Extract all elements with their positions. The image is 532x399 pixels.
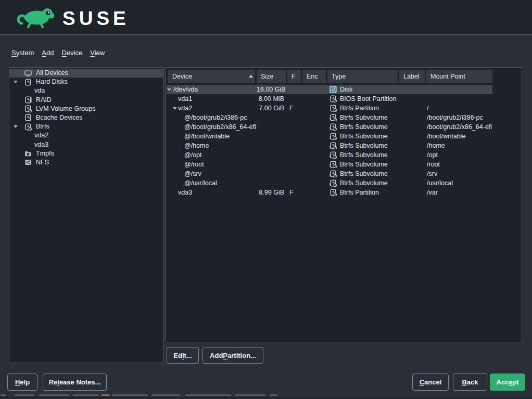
release-notes-button[interactable]: Release Notes... — [43, 374, 107, 391]
sidebar-item-vda3[interactable]: vda3 — [9, 140, 163, 149]
label-text: V — [90, 49, 94, 57]
hard-disk-icon — [24, 114, 32, 121]
table-row-vda3[interactable]: vda38.99 GiBFBtrfs Partition/var — [166, 188, 522, 197]
column-header-label: Label — [403, 73, 420, 80]
disk-sub-icon — [330, 133, 337, 140]
label-text: iew — [95, 49, 105, 57]
sidebar-item-label: vda2 — [34, 132, 48, 139]
table-row--boot-grub2-x86-64-efi[interactable]: @/boot/grub2/x86_64-efiBtrfs Subvolume/b… — [166, 122, 522, 132]
disk-sub-icon — [330, 114, 337, 121]
type-cell: Btrfs Subvolume — [340, 114, 388, 121]
add-partition-button[interactable]: Add Partition... — [202, 347, 263, 364]
label-text: P — [223, 352, 227, 359]
table-row--boot-writable[interactable]: @/boot/writableBtrfs Subvolume/boot/writ… — [166, 132, 522, 141]
type-cell: Disk — [340, 86, 352, 93]
label-text: artition... — [227, 352, 256, 359]
label-text: dd — [46, 49, 54, 57]
hard-disk-icon — [24, 79, 32, 86]
table-row-vda1[interactable]: vda18.00 MiBBIOS Boot Partition — [166, 94, 522, 104]
menu-item-system[interactable]: System — [11, 49, 34, 57]
column-header-size[interactable]: Size — [257, 70, 286, 83]
sidebar-item-all-devices[interactable]: All Devices — [9, 69, 163, 78]
column-header-f[interactable]: F — [287, 70, 301, 83]
label-text: evice — [67, 49, 82, 57]
table-row-vda2[interactable]: vda27.00 GiBFBtrfs Partition/ — [166, 104, 522, 113]
label-text: Ed — [173, 352, 182, 359]
sidebar-item-raid[interactable]: RAID — [9, 96, 163, 105]
sidebar-item-vda2[interactable]: vda2 — [9, 131, 163, 140]
suse-logo: SUSE — [15, 6, 130, 32]
expander-open-icon[interactable] — [14, 125, 18, 128]
format-flag-cell: F — [289, 105, 294, 112]
table-row--usr-local[interactable]: @/usr/localBtrfs Subvolume/usr/local — [166, 178, 522, 188]
type-cell: Btrfs Subvolume — [340, 133, 388, 140]
table-row--boot-grub2-i386-pc[interactable]: @/boot/grub2/i386-pcBtrfs Subvolume/boot… — [166, 113, 522, 122]
mount-point-cell: /var — [427, 189, 438, 196]
device-cell: @/opt — [184, 151, 202, 159]
disk-sub-icon — [330, 151, 337, 159]
sidebar-item-btrfs[interactable]: Btrfs — [9, 122, 163, 131]
expander-open-icon[interactable] — [14, 81, 18, 83]
table-row--opt[interactable]: @/optBtrfs Subvolume/opt — [166, 150, 522, 160]
mount-point-cell: /root — [427, 161, 440, 168]
device-cell: @/srv — [184, 170, 201, 177]
sidebar-item-vda[interactable]: vda — [9, 86, 163, 95]
column-header-type[interactable]: Type — [327, 70, 398, 83]
type-cell: Btrfs Subvolume — [340, 142, 388, 149]
disk-sub-icon — [330, 161, 337, 168]
table-row--srv[interactable]: @/srvBtrfs Subvolume/srv — [166, 169, 522, 178]
device-cell: @/root — [184, 161, 204, 168]
column-header-label: Mount Point — [430, 73, 465, 80]
menu-item-view[interactable]: View — [90, 49, 105, 57]
menu-item-device[interactable]: Device — [61, 49, 82, 57]
mount-point-cell: / — [427, 105, 428, 112]
sidebar-item-hard-disks[interactable]: Hard Disks — [9, 78, 163, 86]
suse-chameleon-icon — [15, 6, 56, 32]
menu-item-add[interactable]: Add — [42, 49, 54, 57]
column-header-enc[interactable]: Enc — [302, 70, 326, 83]
expander-open-icon[interactable] — [173, 107, 177, 110]
sidebar-item-label: Btrfs — [36, 123, 49, 130]
disk-clock-icon — [330, 95, 337, 102]
mount-point-cell: /home — [427, 142, 445, 149]
sidebar-item-nfs[interactable]: NFS — [9, 158, 163, 167]
edit-button[interactable]: Edit... — [167, 347, 199, 364]
type-cell: BIOS Boot Partition — [340, 95, 396, 102]
help-button[interactable]: Help — [7, 374, 37, 391]
monitor-icon — [24, 70, 32, 77]
column-header-label: F — [292, 73, 296, 80]
sidebar-item-label: NFS — [36, 159, 49, 166]
label-text: pt — [512, 378, 518, 386]
column-header-mount-point[interactable]: Mount Point — [426, 70, 492, 83]
label-text: elp — [20, 378, 30, 386]
sidebar-item-lvm-volume-groups[interactable]: LVM Volume Groups — [9, 105, 163, 113]
label-text: t... — [184, 352, 192, 359]
label-text: Re — [49, 378, 58, 386]
expander-open-icon[interactable] — [167, 88, 171, 91]
label-text: ease Notes... — [59, 378, 101, 386]
accept-button[interactable]: Accept — [490, 374, 525, 391]
cancel-button[interactable]: Cancel — [412, 374, 449, 391]
screen-bottom-edge — [0, 397, 532, 399]
sidebar-item-label: Hard Disks — [36, 78, 68, 85]
table-row--root[interactable]: @/rootBtrfs Subvolume/root — [166, 160, 522, 169]
type-cell: Btrfs Partition — [340, 189, 379, 196]
column-header-label[interactable]: Label — [399, 70, 425, 83]
sidebar-item-tmpfs[interactable]: Tmpfs — [9, 149, 163, 158]
folder-clock-icon — [24, 150, 32, 157]
table-row--home[interactable]: @/homeBtrfs Subvolume/home — [166, 141, 522, 150]
table-row--dev-vda[interactable]: /dev/vda16.00 GiBDisk — [166, 85, 522, 94]
device-cell: @/boot/grub2/i386-pc — [184, 114, 247, 121]
disk-clock-icon — [24, 123, 32, 131]
disk-clock-icon — [330, 105, 337, 112]
raid-icon — [24, 96, 32, 104]
label-text: ack — [467, 378, 478, 386]
sort-ascending-icon — [249, 75, 253, 78]
mount-point-cell: /srv — [427, 170, 437, 177]
column-header-device[interactable]: Device — [168, 70, 255, 83]
label-text: S — [11, 49, 16, 57]
devices-table-panel: DeviceSizeFEncTypeLabelMount Point /dev/… — [166, 67, 522, 342]
disk-clock-icon — [330, 189, 337, 196]
sidebar-item-bcache-devices[interactable]: Bcache Devices — [9, 113, 163, 122]
back-button[interactable]: Back — [453, 374, 487, 391]
